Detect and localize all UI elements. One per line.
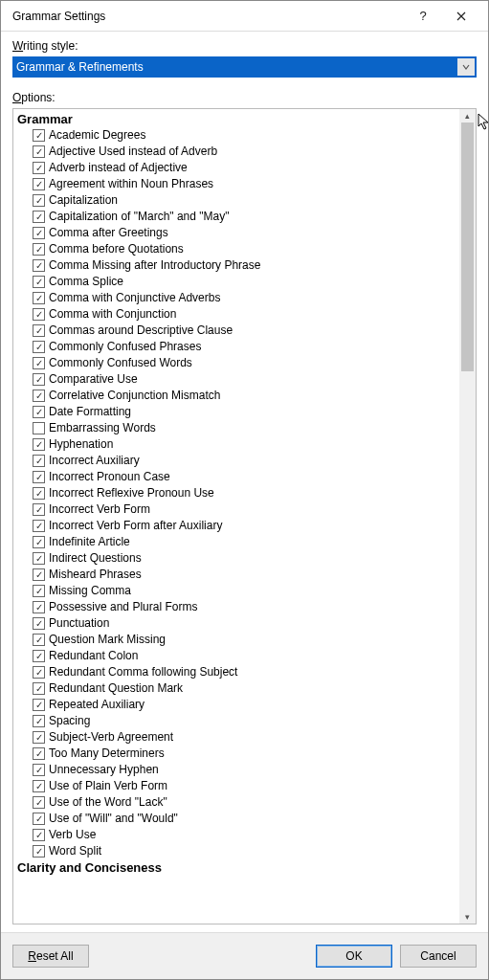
checkbox[interactable] [33, 324, 45, 337]
checkbox[interactable] [33, 487, 45, 500]
checkbox[interactable] [33, 455, 45, 467]
checkbox[interactable] [33, 308, 45, 321]
checkbox[interactable] [33, 341, 45, 353]
checkbox[interactable] [33, 390, 45, 402]
option-row[interactable]: Capitalization [17, 192, 459, 209]
checkbox[interactable] [33, 259, 45, 272]
reset-all-button[interactable]: Reset All [12, 945, 89, 968]
option-row[interactable]: Possessive and Plural Forms [17, 599, 459, 615]
help-button[interactable]: ? [404, 3, 442, 30]
option-row[interactable]: Redundant Question Mark [17, 680, 459, 697]
checkbox[interactable] [33, 471, 45, 483]
option-row[interactable]: Word Split [17, 843, 459, 859]
option-row[interactable]: Missing Comma [17, 583, 459, 599]
option-row[interactable]: Use of "Will" and "Would" [17, 811, 459, 827]
scrollbar-thumb[interactable] [461, 122, 474, 371]
option-row[interactable]: Adjective Used instead of Adverb [17, 144, 459, 160]
option-row[interactable]: Too Many Determiners [17, 746, 459, 762]
option-row[interactable]: Date Formatting [17, 404, 459, 420]
checkbox[interactable] [33, 129, 45, 142]
checkbox[interactable] [33, 780, 45, 792]
option-row[interactable]: Correlative Conjunction Mismatch [17, 388, 459, 404]
option-row[interactable]: Unnecessary Hyphen [17, 762, 459, 778]
close-button[interactable] [442, 3, 480, 30]
option-row[interactable]: Incorrect Verb Form after Auxiliary [17, 518, 459, 534]
option-row[interactable]: Adverb instead of Adjective [17, 160, 459, 176]
option-row[interactable]: Comma Splice [17, 274, 459, 290]
checkbox[interactable] [33, 601, 45, 613]
option-row[interactable]: Capitalization of "March" and "May" [17, 209, 459, 225]
option-row[interactable]: Comma with Conjunction [17, 306, 459, 323]
option-row[interactable]: Question Mark Missing [17, 632, 459, 648]
checkbox[interactable] [33, 422, 45, 434]
checkbox[interactable] [33, 357, 45, 369]
checkbox[interactable] [33, 699, 45, 711]
option-row[interactable]: Academic Degrees [17, 127, 459, 144]
option-row[interactable]: Use of Plain Verb Form [17, 778, 459, 794]
checkbox[interactable] [33, 650, 45, 662]
option-row[interactable]: Commonly Confused Phrases [17, 339, 459, 355]
option-row[interactable]: Redundant Colon [17, 648, 459, 664]
option-row[interactable]: Incorrect Verb Form [17, 501, 459, 518]
option-row[interactable]: Commas around Descriptive Clause [17, 323, 459, 339]
checkbox[interactable] [33, 682, 45, 695]
checkbox[interactable] [33, 227, 45, 239]
option-row[interactable]: Commonly Confused Words [17, 355, 459, 371]
checkbox[interactable] [33, 731, 45, 744]
option-row[interactable]: Misheard Phrases [17, 567, 459, 583]
option-row[interactable]: Incorrect Pronoun Case [17, 469, 459, 485]
scrollbar-vertical[interactable]: ▴ ▾ [459, 109, 476, 924]
option-row[interactable]: Agreement within Noun Phrases [17, 176, 459, 192]
checkbox[interactable] [33, 276, 45, 288]
option-row[interactable]: Redundant Comma following Subject [17, 664, 459, 680]
option-row[interactable]: Verb Use [17, 827, 459, 843]
option-row[interactable]: Comma before Quotations [17, 241, 459, 257]
checkbox[interactable] [33, 568, 45, 581]
checkbox[interactable] [33, 715, 45, 727]
checkbox[interactable] [33, 243, 45, 256]
option-row[interactable]: Comparative Use [17, 371, 459, 388]
ok-button[interactable]: OK [316, 945, 392, 968]
checkbox[interactable] [33, 292, 45, 304]
checkbox[interactable] [33, 162, 45, 174]
checkbox[interactable] [33, 194, 45, 207]
checkbox[interactable] [33, 666, 45, 679]
checkbox[interactable] [33, 845, 45, 858]
checkbox[interactable] [33, 406, 45, 418]
scroll-up-arrow[interactable]: ▴ [459, 109, 476, 122]
option-row[interactable]: Use of the Word "Lack" [17, 794, 459, 811]
scroll-down-arrow[interactable]: ▾ [459, 910, 476, 924]
option-row[interactable]: Hyphenation [17, 436, 459, 453]
option-row[interactable]: Spacing [17, 713, 459, 729]
checkbox[interactable] [33, 796, 45, 809]
checkbox[interactable] [33, 747, 45, 760]
checkbox[interactable] [33, 373, 45, 386]
checkbox[interactable] [33, 211, 45, 223]
option-row[interactable]: Indefinite Article [17, 534, 459, 550]
writing-style-dropdown[interactable]: Grammar & Refinements [12, 56, 477, 78]
checkbox[interactable] [33, 764, 45, 776]
checkbox[interactable] [33, 438, 45, 451]
checkbox[interactable] [33, 503, 45, 516]
option-row[interactable]: Incorrect Auxiliary [17, 453, 459, 469]
checkbox[interactable] [33, 520, 45, 532]
checkbox[interactable] [33, 536, 45, 548]
option-row[interactable]: Punctuation [17, 615, 459, 632]
option-row[interactable]: Comma after Greetings [17, 225, 459, 241]
checkbox[interactable] [33, 813, 45, 825]
options-scroll-area[interactable]: GrammarAcademic DegreesAdjective Used in… [13, 109, 459, 924]
checkbox[interactable] [33, 829, 45, 841]
option-row[interactable]: Comma Missing after Introductory Phrase [17, 257, 459, 274]
checkbox[interactable] [33, 552, 45, 565]
checkbox[interactable] [33, 634, 45, 646]
option-row[interactable]: Comma with Conjunctive Adverbs [17, 290, 459, 306]
checkbox[interactable] [33, 145, 45, 158]
option-row[interactable]: Repeated Auxiliary [17, 697, 459, 713]
cancel-button[interactable]: Cancel [400, 945, 477, 968]
checkbox[interactable] [33, 178, 45, 190]
option-row[interactable]: Indirect Questions [17, 550, 459, 567]
checkbox[interactable] [33, 585, 45, 597]
option-row[interactable]: Embarrassing Words [17, 420, 459, 436]
option-row[interactable]: Subject-Verb Agreement [17, 729, 459, 746]
option-row[interactable]: Incorrect Reflexive Pronoun Use [17, 485, 459, 501]
